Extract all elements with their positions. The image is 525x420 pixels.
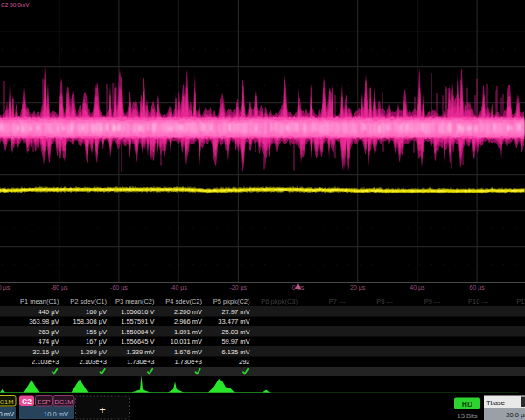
svg-text:P4 sdev(C2): P4 sdev(C2) [165,298,202,305]
svg-text:59.97 mV: 59.97 mV [221,338,249,346]
svg-text:1.550084 V: 1.550084 V [121,328,154,336]
svg-text:1.399 µV: 1.399 µV [80,348,107,356]
svg-text:HD: HD [462,400,472,409]
svg-text:60 µs: 60 µs [469,284,485,291]
svg-text:263 µV: 263 µV [38,328,60,336]
svg-text:1.891 mV: 1.891 mV [174,328,202,336]
svg-text:P10 ---: P10 --- [468,298,488,305]
svg-text:1.557591 V: 1.557591 V [121,318,154,326]
svg-text:292: 292 [239,358,250,366]
svg-text:DC1M: DC1M [0,398,14,406]
svg-text:-60 µs: -60 µs [110,284,128,291]
svg-text:Tbase: Tbase [486,399,505,407]
svg-text:P5 pkpk(C2): P5 pkpk(C2) [214,298,250,305]
svg-text:363.98 µV: 363.98 µV [29,318,59,326]
svg-text:20.0 µs: 20.0 µs [506,411,525,419]
svg-text:1.339 mV: 1.339 mV [126,348,154,356]
svg-text:32.16 µV: 32.16 µV [32,348,59,356]
svg-text:C2: C2 [22,397,32,406]
svg-text:1.556616 V: 1.556616 V [121,308,154,316]
svg-text:2.103e+3: 2.103e+3 [80,358,108,366]
svg-text:ESP: ESP [37,398,50,406]
svg-text:P9 ---: P9 --- [424,298,441,305]
svg-text:2.966 mV: 2.966 mV [174,318,202,326]
svg-text:P7 ---: P7 --- [329,298,346,305]
svg-text:-100 µs: -100 µs [0,284,10,291]
svg-text:+: + [99,403,106,416]
svg-text:1.676 mV: 1.676 mV [174,348,202,356]
svg-text:-40 µs: -40 µs [170,284,187,291]
svg-text:1.730e+3: 1.730e+3 [127,358,155,366]
svg-text:474 µV: 474 µV [38,338,60,346]
svg-text:2.103e+3: 2.103e+3 [32,358,60,366]
svg-text:33.477 mV: 33.477 mV [218,318,249,326]
svg-text:160 µV: 160 µV [86,308,107,316]
svg-text:10.031 mV: 10.031 mV [171,338,202,346]
svg-text:20 µs: 20 µs [350,284,366,291]
svg-text:-80 µs: -80 µs [51,284,68,291]
svg-text:0 mV: 0 mV [0,410,14,418]
svg-text:167 µV: 167 µV [86,338,107,346]
svg-text:DC1M: DC1M [54,398,73,406]
svg-text:2.200 mV: 2.200 mV [174,308,202,316]
svg-text:158.308 µV: 158.308 µV [73,318,107,326]
svg-text:40 µs: 40 µs [410,284,425,291]
svg-text:1.730e+3: 1.730e+3 [175,358,203,366]
svg-text:P2 sdev(C1): P2 sdev(C1) [70,298,107,305]
svg-text:1.556645 V: 1.556645 V [121,338,154,346]
svg-text:13 Bits: 13 Bits [458,412,478,420]
svg-text:P6 pkpk(C3): P6 pkpk(C3) [261,298,298,305]
svg-text:P3 mean(C2): P3 mean(C2) [116,298,155,305]
svg-text:25.03 mV: 25.03 mV [221,328,249,336]
svg-text:27.97 mV: 27.97 mV [221,308,249,316]
svg-text:-20 µs: -20 µs [229,284,247,291]
svg-text:440 µV: 440 µV [38,308,60,316]
svg-text:10.0 mV: 10.0 mV [44,410,68,418]
svg-text:P11 ---: P11 --- [516,298,525,305]
svg-text:6.135 mV: 6.135 mV [221,348,249,356]
svg-text:155 µV: 155 µV [86,328,107,336]
svg-text:P8 ---: P8 --- [376,298,393,305]
svg-text:C2 50.0mV: C2 50.0mV [1,2,30,8]
svg-text:P1 mean(C1): P1 mean(C1) [20,298,60,305]
